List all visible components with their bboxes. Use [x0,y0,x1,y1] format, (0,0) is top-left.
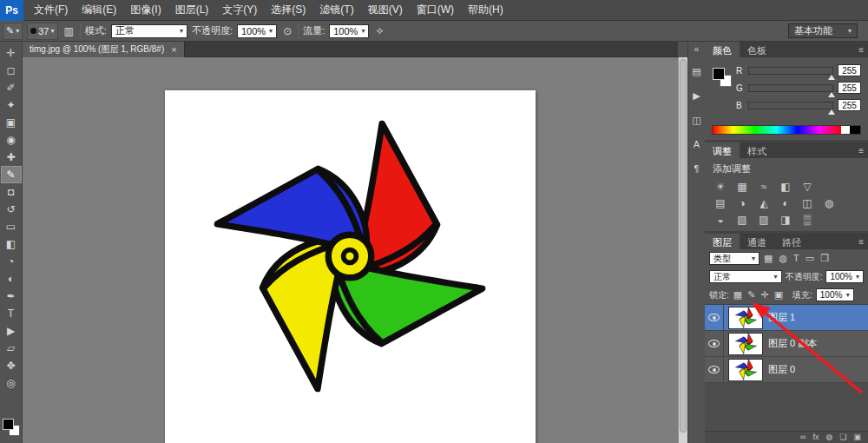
scrollbar-thumb[interactable] [680,59,687,433]
layer-filter-icon[interactable]: ◍ [778,253,788,264]
brush-size-picker[interactable]: 37 ▾ [27,23,57,40]
panel-tab[interactable]: 路径 [774,234,809,249]
panel-tab[interactable]: 通道 [740,234,774,249]
foreground-background-swatch[interactable] [713,68,732,87]
panel-menu-icon[interactable]: ≡ [854,234,868,249]
layer-visibility-toggle[interactable] [705,357,724,382]
adjustment-icon[interactable]: ◒ [713,213,727,226]
layer-filter-icon[interactable]: ▭ [805,253,815,264]
quick-selection-tool[interactable]: ✦ [1,96,22,114]
layer-filter-icon[interactable]: T [792,253,800,264]
lock-icon[interactable]: ✎ [746,289,756,301]
document-canvas[interactable] [165,90,536,443]
brush-panel-toggle-icon[interactable]: ▥ [62,25,76,37]
eraser-tool[interactable]: ▭ [1,218,22,235]
pressure-opacity-icon[interactable]: ⊙ [281,25,293,37]
adjustment-icon[interactable]: ≈ [757,180,771,193]
shape-tool[interactable]: ▱ [1,340,22,357]
adjustment-icon[interactable]: ◍ [822,196,836,209]
layers-bottom-icon[interactable]: fx [813,433,819,441]
history-brush-tool[interactable]: ↺ [1,201,22,218]
adjustment-icon[interactable]: ◐ [779,196,792,209]
menu-item[interactable]: 滤镜(T) [312,0,360,21]
canvas-area[interactable] [23,57,678,443]
panel-tab[interactable]: 颜色 [705,42,740,57]
layer-visibility-toggle[interactable] [705,331,724,356]
hand-tool[interactable]: ✥ [1,357,22,374]
blend-mode-select[interactable]: 正常▾ [709,270,782,283]
eyedropper-tool[interactable]: ◉ [1,131,22,149]
menu-item[interactable]: 图层(L) [168,0,216,21]
channel-slider[interactable] [748,67,833,75]
crop-tool[interactable]: ▣ [1,114,22,131]
channel-value-input[interactable]: 255 [838,99,861,111]
workspace-select[interactable]: 基本功能▾ [788,23,858,38]
menu-item[interactable]: 文字(Y) [215,0,264,21]
flow-select[interactable]: 100%▾ [329,24,369,38]
airbrush-icon[interactable]: ✧ [373,25,385,37]
tool-preset-picker[interactable]: ✎▾ [3,23,23,40]
channel-slider[interactable] [748,84,833,92]
layer-row[interactable]: 图层 0 副本 [705,331,868,357]
menu-item[interactable]: 视图(V) [361,0,410,21]
panel-menu-icon[interactable]: ≡ [854,142,868,158]
channel-value-input[interactable]: 255 [838,64,861,76]
adjustment-icon[interactable]: ◨ [779,213,792,226]
panel-tab[interactable]: 色板 [740,42,774,57]
layer-thumbnail[interactable] [728,359,763,381]
adjustment-icon[interactable]: ▦ [735,180,749,193]
actions-panel-icon[interactable]: ▶ [689,88,705,103]
layer-thumbnail[interactable] [728,333,763,355]
layer-opacity-select[interactable]: 100%▾ [825,270,864,283]
opacity-select[interactable]: 100%▾ [237,24,277,38]
layers-bottom-icon[interactable]: ❏ [839,433,846,441]
lasso-tool[interactable]: ✐ [1,79,22,96]
menu-item[interactable]: 帮助(H) [461,0,510,21]
layer-filter-select[interactable]: 类型▾ [709,252,760,265]
panel-tab[interactable]: 图层 [705,234,740,249]
channel-value-input[interactable]: 255 [838,82,861,94]
brush-presets-panel-icon[interactable]: ◫ [689,112,705,128]
marquee-tool[interactable]: ◻ [1,62,22,79]
adjustment-icon[interactable]: ▧ [735,213,749,226]
move-tool[interactable]: ✛ [1,44,22,62]
brush-tool[interactable]: ✎ [1,166,22,183]
path-selection-tool[interactable]: ▶ [1,322,22,340]
paragraph-panel-icon[interactable]: ¶ [689,161,705,176]
zoom-tool[interactable]: ◎ [1,374,22,392]
clone-stamp-tool[interactable]: ◘ [1,183,22,201]
adjustment-icon[interactable]: ▨ [757,213,771,226]
history-panel-icon[interactable]: ▤ [689,63,705,79]
pen-tool[interactable]: ✒ [1,288,22,305]
foreground-color-swatch[interactable] [3,419,14,430]
type-tool[interactable]: T [1,305,22,322]
adjustment-icon[interactable]: ◫ [800,196,814,209]
layer-filter-icon[interactable]: ❒ [819,253,830,264]
mode-select[interactable]: 正常▾ [111,24,187,38]
adjustment-icon[interactable]: ▒ [800,213,814,226]
vertical-scrollbar[interactable] [678,57,687,443]
layers-bottom-icon[interactable]: ∞ [800,433,806,441]
adjustment-icon[interactable]: ▽ [800,180,814,193]
lock-icon[interactable]: ✛ [760,289,769,301]
channel-slider[interactable] [748,102,833,109]
menu-item[interactable]: 编辑(E) [75,0,123,21]
document-tab[interactable]: timg.jpg @ 100% (图层 1, RGB/8#) × [23,42,185,57]
menu-item[interactable]: 窗口(W) [410,0,461,21]
adjustment-icon[interactable]: ◑ [735,196,749,209]
adjustment-icon[interactable]: ◭ [757,196,771,209]
collapse-panels-icon[interactable]: « [694,42,700,59]
foreground-color-chip[interactable] [713,68,725,80]
dodge-tool[interactable]: ◐ [1,270,22,288]
menu-item[interactable]: 文件(F) [27,0,75,21]
layer-thumbnail[interactable] [728,307,763,329]
layer-row[interactable]: 图层 1 [705,305,868,331]
layer-visibility-toggle[interactable] [705,305,724,330]
layers-bottom-icon[interactable]: ▣ [853,433,861,441]
layer-fill-select[interactable]: 100%▾ [816,288,854,301]
lock-icon[interactable]: ▣ [773,289,784,301]
gradient-tool[interactable]: ◧ [1,235,22,253]
color-spectrum-bar[interactable] [712,125,861,135]
adjustment-icon[interactable]: ☀ [713,180,727,193]
character-panel-icon[interactable]: A [689,136,705,152]
